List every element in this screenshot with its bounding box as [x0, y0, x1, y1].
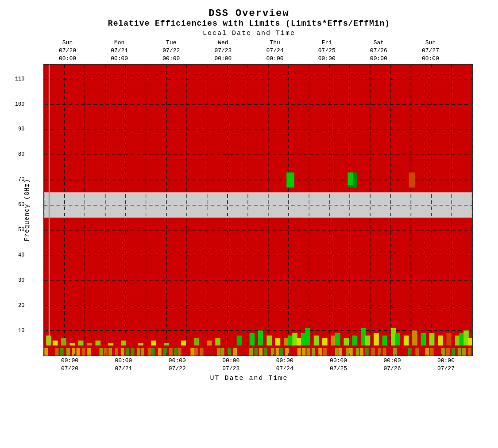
svg-rect-169 [462, 348, 466, 356]
svg-rect-109 [140, 348, 144, 356]
svg-rect-98 [81, 348, 85, 356]
x-tick-top: Wed07/2300:00 [199, 39, 247, 63]
svg-rect-148 [349, 348, 352, 356]
svg-rect-116 [178, 348, 181, 356]
x-tick-bottom: 00:0007/25 [312, 357, 365, 373]
svg-rect-79 [395, 333, 400, 348]
svg-rect-69 [322, 338, 328, 348]
svg-rect-53 [181, 341, 186, 351]
svg-rect-95 [66, 348, 69, 356]
svg-rect-94 [60, 348, 63, 356]
svg-rect-146 [338, 348, 342, 356]
svg-rect-48 [108, 343, 113, 350]
svg-rect-157 [398, 348, 401, 356]
x-tick-top: Tue07/2200:00 [147, 39, 196, 63]
svg-rect-123 [217, 348, 220, 356]
svg-rect-66 [301, 333, 306, 351]
svg-rect-106 [125, 348, 129, 356]
svg-rect-85 [446, 333, 452, 351]
svg-rect-44 [69, 343, 75, 350]
plot-canvas [43, 64, 473, 356]
svg-rect-50 [138, 343, 143, 350]
svg-rect-160 [415, 348, 419, 356]
svg-rect-120 [200, 348, 203, 356]
y-tick-label: 50 [18, 227, 24, 233]
svg-rect-51 [151, 341, 156, 348]
svg-rect-113 [163, 348, 166, 356]
svg-rect-2 [44, 218, 472, 356]
svg-rect-39 [347, 172, 353, 184]
x-tick-top: Thu07/2400:00 [251, 39, 299, 63]
svg-rect-71 [335, 333, 340, 348]
svg-rect-131 [259, 348, 263, 356]
svg-rect-75 [365, 335, 370, 348]
svg-rect-42 [52, 341, 58, 351]
svg-rect-132 [263, 348, 267, 356]
title-area: DSS Overview Relative Efficiencies with … [108, 8, 390, 28]
svg-rect-144 [329, 348, 333, 356]
svg-rect-62 [284, 338, 289, 350]
y-tick-label: 20 [18, 302, 24, 309]
svg-rect-125 [227, 348, 231, 356]
x-label-top: Local Date and Time [17, 30, 482, 37]
svg-rect-150 [359, 348, 363, 356]
x-label-bottom: UT Date and Time [17, 375, 482, 382]
svg-rect-57 [236, 335, 242, 348]
svg-rect-118 [190, 348, 194, 356]
x-tick-bottom: 00:0007/27 [419, 357, 472, 373]
svg-rect-76 [374, 333, 379, 351]
svg-rect-87 [459, 333, 464, 351]
svg-rect-145 [335, 348, 338, 356]
x-tick-top: Sun07/2700:00 [406, 39, 455, 63]
svg-rect-70 [331, 335, 336, 350]
svg-rect-72 [344, 338, 349, 350]
svg-rect-103 [108, 348, 112, 356]
svg-rect-78 [390, 328, 396, 350]
svg-rect-52 [164, 343, 169, 350]
svg-rect-61 [275, 338, 280, 348]
svg-rect-97 [76, 348, 80, 356]
svg-rect-38 [347, 172, 357, 187]
x-tick-top: Sun07/2000:00 [43, 39, 92, 63]
svg-rect-121 [205, 348, 209, 356]
y-tick-label: 90 [18, 126, 24, 132]
svg-rect-140 [306, 348, 310, 356]
svg-rect-93 [55, 348, 58, 356]
svg-rect-59 [258, 330, 263, 345]
svg-rect-129 [249, 348, 253, 356]
svg-rect-135 [279, 348, 283, 356]
svg-rect-88 [463, 330, 469, 348]
svg-rect-111 [151, 348, 154, 356]
svg-rect-49 [121, 341, 126, 348]
svg-rect-161 [419, 348, 422, 356]
svg-rect-68 [313, 335, 319, 350]
svg-rect-159 [408, 348, 411, 356]
svg-rect-164 [435, 348, 439, 356]
svg-rect-124 [220, 348, 224, 356]
svg-rect-89 [467, 338, 472, 350]
x-axis-top: Sun07/2000:00Mon07/2100:00Tue07/2200:00W… [17, 39, 482, 63]
svg-rect-91 [44, 348, 48, 356]
svg-rect-67 [305, 328, 310, 348]
y-tick-label: 60 [18, 202, 24, 208]
svg-rect-40 [409, 172, 415, 187]
svg-rect-112 [158, 348, 161, 356]
svg-rect-56 [215, 338, 220, 348]
x-tick-top: Mon07/2100:00 [95, 39, 144, 63]
svg-rect-99 [87, 348, 91, 356]
svg-rect-55 [206, 341, 212, 351]
svg-rect-115 [174, 348, 178, 356]
svg-rect-143 [323, 348, 327, 356]
svg-rect-63 [288, 335, 293, 348]
svg-rect-167 [451, 348, 455, 356]
svg-rect-46 [87, 343, 92, 350]
svg-rect-127 [237, 348, 241, 356]
svg-rect-83 [429, 333, 434, 348]
svg-rect-92 [51, 348, 54, 356]
svg-rect-142 [318, 348, 322, 356]
svg-rect-41 [46, 335, 51, 350]
svg-rect-80 [403, 335, 409, 350]
svg-rect-110 [147, 348, 151, 356]
x-tick-bottom: 00:0007/21 [97, 357, 150, 373]
svg-rect-104 [115, 348, 118, 356]
